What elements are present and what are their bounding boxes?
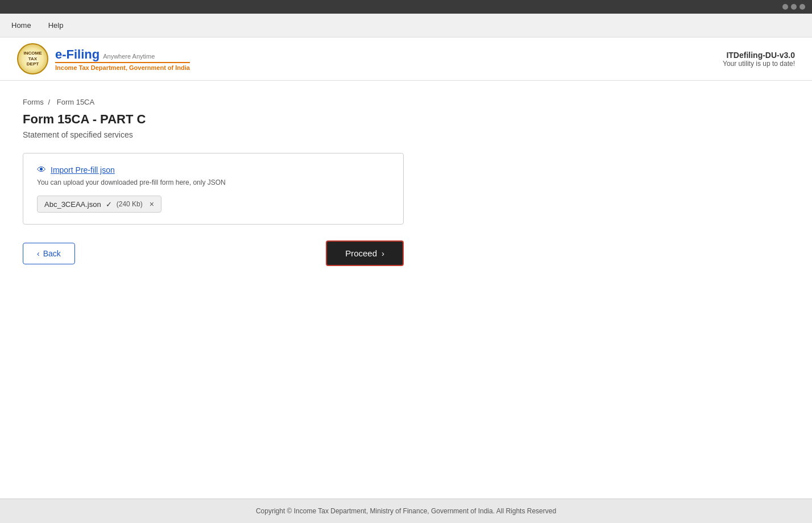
breadcrumb-current: Form 15CA (57, 98, 94, 106)
buttons-row: ‹ Back Proceed › (23, 240, 404, 266)
utility-title: ITDefiling-DU-v3.0 (723, 51, 795, 60)
footer-text: Copyright © Income Tax Department, Minis… (256, 507, 556, 515)
dot-1 (782, 4, 788, 10)
back-button[interactable]: ‹ Back (23, 243, 75, 264)
nav-bar: Home Help (0, 14, 812, 38)
dot-3 (799, 4, 805, 10)
efiling-tagline: Anywhere Anytime (103, 53, 155, 60)
breadcrumb-forms[interactable]: Forms (23, 98, 44, 106)
page-subtitle: Statement of specified services (23, 130, 789, 139)
file-check-icon: ✓ (106, 200, 112, 209)
dot-2 (791, 4, 797, 10)
back-icon: ‹ (37, 249, 40, 258)
eye-icon: 👁 (37, 165, 46, 175)
main-content: Forms / Form 15CA Form 15CA - PART C Sta… (0, 81, 812, 499)
proceed-icon: › (382, 248, 384, 258)
logo-text: e-Filing Anywhere Anytime Income Tax Dep… (55, 47, 190, 71)
breadcrumb: Forms / Form 15CA (23, 98, 789, 106)
window-controls (782, 4, 805, 10)
logo-area: INCOMETAXDEPT e-Filing Anywhere Anytime … (17, 43, 190, 74)
page-title: Form 15CA - PART C (23, 112, 789, 127)
proceed-label: Proceed (345, 248, 377, 258)
back-label: Back (43, 249, 61, 258)
file-tag: Abc_3CEAA.json ✓ (240 Kb) × (37, 196, 161, 213)
file-size: (240 Kb) (117, 200, 143, 208)
utility-status: Your utility is up to date! (723, 60, 795, 68)
import-link-row: 👁 Import Pre-fill json (37, 165, 390, 175)
proceed-button[interactable]: Proceed › (326, 240, 404, 266)
file-name: Abc_3CEAA.json (44, 200, 101, 209)
title-bar (0, 0, 812, 14)
efiling-dept: Income Tax Department, Government of Ind… (55, 62, 190, 71)
import-hint: You can upload your downloaded pre-fill … (37, 179, 390, 186)
efiling-brand: e-Filing (55, 47, 100, 62)
nav-help[interactable]: Help (48, 21, 64, 30)
footer: Copyright © Income Tax Department, Minis… (0, 499, 812, 523)
utility-info: ITDefiling-DU-v3.0 Your utility is up to… (723, 51, 795, 68)
file-close-button[interactable]: × (150, 200, 154, 209)
import-prefill-link[interactable]: Import Pre-fill json (51, 165, 115, 175)
breadcrumb-separator: / (48, 98, 50, 106)
import-box: 👁 Import Pre-fill json You can upload yo… (23, 153, 404, 225)
nav-home[interactable]: Home (11, 21, 31, 30)
emblem-logo: INCOMETAXDEPT (17, 43, 48, 74)
header: INCOMETAXDEPT e-Filing Anywhere Anytime … (0, 38, 812, 81)
